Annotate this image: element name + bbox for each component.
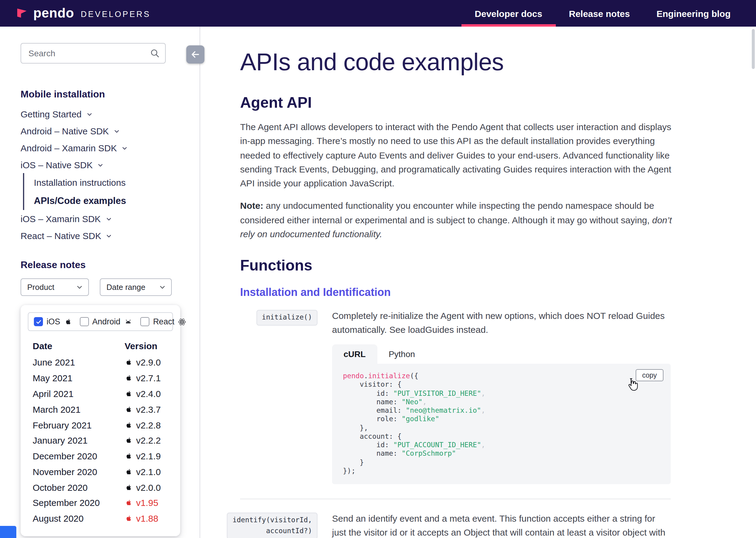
section-divider bbox=[240, 499, 671, 499]
release-date: June 2021 bbox=[33, 357, 124, 368]
brand[interactable]: pendo DEVELOPERS bbox=[16, 0, 151, 27]
platform-checkbox-ios[interactable]: iOS bbox=[34, 317, 72, 326]
table-row: February 2021 v2.2.8 bbox=[33, 417, 173, 433]
sidebar-nav-item-label: Getting Started bbox=[21, 109, 82, 119]
code-snippet: pendo.initialize({ visitor: { id: "PUT_V… bbox=[343, 372, 660, 475]
nav-engineering-blog[interactable]: Engineering blog bbox=[643, 0, 744, 27]
tab-python[interactable]: Python bbox=[377, 344, 426, 364]
sidebar-nav-item-label: iOS – Native SDK bbox=[21, 159, 93, 170]
note-text: any undocumented functionality you encou… bbox=[240, 201, 654, 225]
release-version: v2.7.1 bbox=[124, 373, 173, 383]
platform-filter-row: iOS Android bbox=[28, 312, 173, 331]
sidebar-nav-item[interactable]: Android – Native SDK bbox=[21, 122, 189, 139]
search-icon[interactable] bbox=[149, 48, 160, 59]
platform-label: Android bbox=[92, 317, 120, 326]
apple-icon bbox=[64, 318, 72, 326]
agent-api-note: Note: any undocumented functionality you… bbox=[240, 199, 672, 241]
search-box bbox=[21, 43, 166, 64]
sidebar-nav-item[interactable]: React – Native SDK bbox=[21, 227, 189, 244]
release-date: April 2021 bbox=[33, 389, 124, 399]
release-table-header: Date Version bbox=[33, 339, 173, 354]
platform-checkbox-react[interactable]: React bbox=[140, 317, 187, 326]
release-date: March 2021 bbox=[33, 404, 124, 414]
apple-icon bbox=[124, 390, 132, 398]
function-entry-identify: identify(visitorId, accountId?) identify… bbox=[240, 511, 671, 538]
tab-curl[interactable]: cURL bbox=[332, 344, 377, 364]
table-row: November 2020 v2.1.0 bbox=[33, 464, 173, 480]
table-row: August 2020 v1.88 bbox=[33, 511, 173, 526]
release-version-text: v1.88 bbox=[136, 513, 158, 523]
table-row: May 2021 v2.7.1 bbox=[33, 370, 173, 386]
date-range-filter-select[interactable]: Date range bbox=[100, 278, 172, 296]
nav-developer-docs[interactable]: Developer docs bbox=[461, 0, 555, 27]
release-version-text: v1.95 bbox=[136, 498, 158, 508]
function-entry-initialize: initialize() Completely re-initialize th… bbox=[240, 309, 671, 484]
release-table: Date Version June 2021 v2.9.0 bbox=[28, 339, 173, 526]
react-icon bbox=[178, 317, 187, 326]
function-body: Completely re-initialize the Agent with … bbox=[332, 309, 671, 484]
table-row: June 2021 v2.9.0 bbox=[33, 354, 173, 370]
code-language-tabs: cURL Python bbox=[332, 344, 671, 364]
agent-api-paragraph: The Agent API allows developers to inter… bbox=[240, 120, 672, 190]
sidebar-nav-item-label: Android – Native SDK bbox=[21, 126, 109, 136]
sidebar-nav-item[interactable]: iOS – Xamarin SDK bbox=[21, 210, 189, 227]
sidebar-nav-item[interactable]: APIs/Code examples bbox=[23, 191, 189, 210]
sidebar-section-title: Mobile installation bbox=[21, 89, 189, 100]
check-icon bbox=[35, 319, 41, 325]
installation-identification-subheading[interactable]: Installation and Identification bbox=[240, 286, 756, 299]
checkbox[interactable] bbox=[140, 317, 149, 326]
sidebar-nav-item[interactable]: Getting Started bbox=[21, 105, 189, 122]
sidebar-collapse-button[interactable] bbox=[186, 45, 205, 64]
sidebar-nav-item[interactable]: Android – Xamarin SDK bbox=[21, 139, 189, 156]
sidebar-nav-item-label: Android – Xamarin SDK bbox=[21, 142, 117, 153]
chevron-down-icon bbox=[76, 284, 83, 291]
release-version: v2.9.0 bbox=[124, 357, 173, 368]
release-table-rows: June 2021 v2.9.0 May 2021 bbox=[33, 354, 173, 526]
chevron-down-icon bbox=[86, 111, 93, 117]
page-title: APIs and code examples bbox=[240, 48, 756, 76]
apple-icon bbox=[124, 437, 132, 445]
sidebar: Mobile installation Getting Started Andr… bbox=[0, 27, 200, 538]
release-version-text: v2.1.9 bbox=[136, 451, 161, 461]
table-row: March 2021 v2.3.7 bbox=[33, 402, 173, 417]
copy-button[interactable]: copy bbox=[635, 369, 663, 381]
release-date: February 2021 bbox=[33, 420, 124, 430]
function-body: Send an identify event and a meta event.… bbox=[332, 511, 671, 538]
sidebar-nav-item[interactable]: Installation instructions bbox=[23, 173, 189, 191]
table-row: January 2021 v2.2.2 bbox=[33, 433, 173, 449]
date-range-filter-label: Date range bbox=[107, 283, 145, 292]
brand-name: pendo bbox=[33, 5, 74, 21]
corner-widget[interactable] bbox=[0, 526, 16, 538]
pendo-logo-icon bbox=[16, 7, 28, 19]
agent-api-heading: Agent API bbox=[240, 94, 756, 111]
platform-label: iOS bbox=[47, 317, 60, 326]
release-date: May 2021 bbox=[33, 373, 124, 383]
chevron-down-icon bbox=[106, 216, 112, 222]
sidebar-nav-item[interactable]: iOS – Native SDK bbox=[21, 156, 189, 173]
function-description: Completely re-initialize the Agent with … bbox=[332, 309, 671, 337]
arrow-left-icon bbox=[190, 49, 201, 60]
nav-release-notes[interactable]: Release notes bbox=[555, 0, 643, 27]
release-version-text: v2.7.1 bbox=[136, 373, 161, 383]
apple-icon bbox=[124, 499, 132, 507]
scrollbar-thumb[interactable] bbox=[752, 29, 755, 69]
function-signatures: identify(visitorId, accountId?) identify… bbox=[240, 511, 317, 538]
apple-icon bbox=[124, 421, 132, 429]
sidebar-nav-item-label: Installation instructions bbox=[34, 177, 126, 187]
navbar-links: Developer docs Release notes Engineering… bbox=[461, 0, 744, 27]
product-filter-label: Product bbox=[27, 283, 54, 292]
release-date: November 2020 bbox=[33, 466, 124, 477]
platform-checkbox-android[interactable]: Android bbox=[79, 317, 132, 326]
release-version: v2.4.0 bbox=[124, 389, 173, 399]
main-content: APIs and code examples Agent API The Age… bbox=[200, 27, 756, 538]
release-date: September 2020 bbox=[33, 498, 124, 508]
table-row: December 2020 v2.1.9 bbox=[33, 448, 173, 464]
product-filter-select[interactable]: Product bbox=[21, 278, 89, 296]
checkbox[interactable] bbox=[79, 317, 89, 326]
date-column-header: Date bbox=[33, 341, 124, 351]
checkbox[interactable] bbox=[34, 317, 43, 326]
search-input[interactable] bbox=[21, 43, 166, 64]
release-version: v2.2.8 bbox=[124, 420, 173, 430]
apple-icon bbox=[124, 358, 132, 366]
release-version: v2.2.2 bbox=[124, 435, 173, 446]
